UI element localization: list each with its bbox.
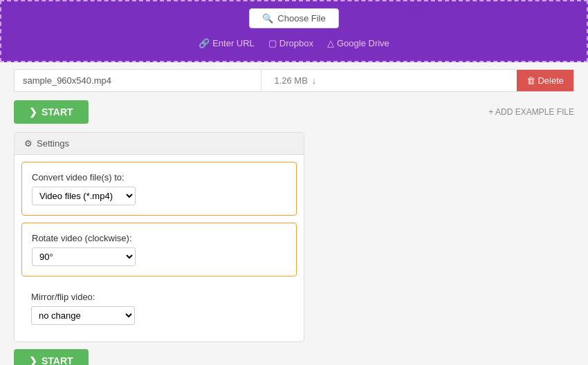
mirror-select[interactable]: no change flip horizontal flip vertical bbox=[31, 306, 135, 325]
action-row: ❯ START + ADD EXAMPLE FILE bbox=[14, 100, 574, 124]
start-label-top: START bbox=[42, 106, 73, 118]
dropbox-label: Dropbox bbox=[279, 38, 313, 48]
settings-header: ⚙ Settings bbox=[15, 133, 304, 155]
choose-file-label: Choose File bbox=[277, 13, 325, 24]
settings-header-label: Settings bbox=[37, 138, 69, 149]
mirror-option: Mirror/flip video: no change flip horizo… bbox=[21, 283, 297, 335]
source-links: 🔗 Enter URL ▢ Dropbox △ Google Drive bbox=[199, 38, 389, 48]
link-icon: 🔗 bbox=[199, 38, 210, 48]
choose-file-button[interactable]: 🔍 Choose File bbox=[249, 8, 338, 28]
convert-select[interactable]: Video files (*.mp4) Video files (*.avi) … bbox=[32, 187, 136, 205]
settings-panel: ⚙ Settings Convert video file(s) to: Vid… bbox=[14, 132, 304, 342]
google-drive-link[interactable]: △ Google Drive bbox=[327, 38, 389, 48]
rotate-select[interactable]: 0° 90° 180° 270° bbox=[32, 247, 136, 266]
chevron-icon-bottom: ❯ bbox=[29, 355, 37, 365]
mirror-label: Mirror/flip video: bbox=[31, 292, 287, 302]
file-size-cell: 1.26 MB ↓ bbox=[261, 70, 516, 91]
start-button-top[interactable]: ❯ START bbox=[14, 100, 89, 124]
start-button-bottom[interactable]: ❯ START bbox=[14, 349, 89, 365]
dropbox-link[interactable]: ▢ Dropbox bbox=[268, 38, 313, 48]
drive-icon: △ bbox=[327, 38, 334, 48]
rotate-option: Rotate video (clockwise): 0° 90° 180° 27… bbox=[21, 223, 297, 277]
bottom-start-row: ❯ START bbox=[14, 349, 574, 365]
rotate-label: Rotate video (clockwise): bbox=[32, 233, 286, 243]
gear-icon: ⚙ bbox=[24, 138, 33, 149]
trash-icon: 🗑 bbox=[526, 75, 535, 86]
convert-label: Convert video file(s) to: bbox=[32, 172, 286, 182]
enter-url-link[interactable]: 🔗 Enter URL bbox=[199, 38, 255, 48]
file-name: sample_960x540.mp4 bbox=[15, 70, 261, 91]
file-row: sample_960x540.mp4 1.26 MB ↓ 🗑 Delete bbox=[14, 69, 574, 92]
chevron-icon: ❯ bbox=[29, 106, 37, 118]
search-icon: 🔍 bbox=[262, 13, 273, 24]
dropbox-icon: ▢ bbox=[268, 38, 277, 48]
convert-option: Convert video file(s) to: Video files (*… bbox=[21, 162, 297, 216]
main-content: sample_960x540.mp4 1.26 MB ↓ 🗑 Delete ❯ … bbox=[0, 69, 588, 365]
add-example-label: + ADD EXAMPLE FILE bbox=[488, 107, 574, 117]
delete-label: Delete bbox=[538, 75, 564, 86]
enter-url-label: Enter URL bbox=[212, 38, 255, 48]
upload-area: 🔍 Choose File 🔗 Enter URL ▢ Dropbox △ Go… bbox=[0, 0, 588, 62]
add-example-link[interactable]: + ADD EXAMPLE FILE bbox=[488, 107, 574, 117]
start-label-bottom: START bbox=[42, 355, 73, 365]
file-size-value: 1.26 MB bbox=[274, 75, 307, 86]
delete-button[interactable]: 🗑 Delete bbox=[517, 70, 573, 91]
download-icon: ↓ bbox=[312, 75, 317, 86]
google-drive-label: Google Drive bbox=[337, 38, 389, 48]
